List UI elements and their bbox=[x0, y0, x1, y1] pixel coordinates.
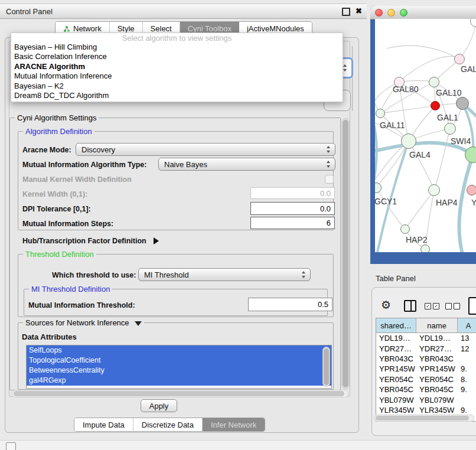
table-cell: YDL19… bbox=[376, 334, 416, 343]
table-row[interactable]: YDR27…YDR27…12 bbox=[376, 343, 476, 353]
table-cell: YBR045C bbox=[376, 385, 416, 394]
algorithm-option-dream8-dc-tdc-algorithm[interactable]: Dream8 DC_TDC Algorithm bbox=[11, 91, 343, 100]
manual-kernel-label: Manual Kernel Width Definition bbox=[22, 175, 132, 184]
settings-vertical-scrollbar[interactable] bbox=[341, 118, 350, 389]
table-row[interactable]: YLR345WYLR345W9. bbox=[376, 405, 476, 415]
network-node-swi4[interactable] bbox=[444, 123, 456, 135]
table-row[interactable]: YBR045CYBR045C9. bbox=[376, 384, 476, 394]
column-header-shared[interactable]: shared… bbox=[376, 318, 416, 332]
network-node-gal1[interactable] bbox=[431, 101, 440, 110]
hub-definition-expander[interactable]: Hub/Transcription Factor Definition bbox=[22, 235, 159, 246]
column-header-name[interactable]: name bbox=[416, 318, 458, 332]
algorithm-option-basic-correlation-inference[interactable]: Basic Correlation Inference bbox=[11, 52, 343, 61]
kernel-width-field[interactable]: 0.0 bbox=[250, 187, 335, 199]
aracne-mode-value: Discovery bbox=[81, 145, 115, 154]
list-scrollbar[interactable] bbox=[322, 347, 330, 387]
table-row[interactable]: YER054CYER054C8. bbox=[376, 374, 476, 384]
mi-steps-field[interactable]: 6 bbox=[250, 217, 335, 229]
minimize-window-icon[interactable] bbox=[387, 9, 395, 17]
mi-threshold-field[interactable]: 0.5 bbox=[248, 298, 332, 311]
control-panel-titlebar: Control Panel ✖ bbox=[0, 4, 367, 19]
network-node[interactable] bbox=[420, 244, 430, 252]
zoom-window-icon[interactable] bbox=[400, 9, 407, 17]
settings-horizontal-scrollbar[interactable] bbox=[12, 390, 348, 397]
checked-box-icon: ✓ bbox=[425, 303, 431, 309]
group-title: Algorithm Definition bbox=[23, 127, 94, 136]
network-node-hap4[interactable] bbox=[428, 184, 440, 196]
table-row[interactable]: YBL079WYBL079W bbox=[376, 394, 476, 405]
column-header-a[interactable]: A bbox=[458, 318, 476, 332]
node-label-gcy1: GCY1 bbox=[375, 197, 397, 206]
algorithm-option-mutual-information-inference[interactable]: Mutual Information Inference bbox=[11, 71, 343, 81]
close-window-icon[interactable] bbox=[375, 9, 383, 17]
columns-icon[interactable] bbox=[404, 300, 416, 312]
dpi-tolerance-field[interactable]: 0.0 bbox=[250, 202, 335, 215]
float-panel-icon[interactable] bbox=[342, 8, 350, 16]
tab-label: jActiveMNodules bbox=[247, 24, 304, 33]
table-cell: YDL19… bbox=[416, 334, 458, 343]
apply-button[interactable]: Apply bbox=[141, 399, 177, 412]
table-row[interactable]: YBR043CYBR043C bbox=[376, 354, 476, 364]
table-cell: YBR043C bbox=[376, 354, 416, 363]
aracne-mode-label: Aracne Mode: bbox=[22, 146, 71, 154]
sources-collapse-toggle[interactable]: Sources for Network Inference bbox=[23, 318, 144, 327]
algorithm-option-aracne-algorithm[interactable]: ARACNE Algorithm bbox=[11, 62, 343, 71]
attribute-item-topologicalcoefficient[interactable]: TopologicalCoefficient bbox=[27, 356, 331, 366]
close-icon[interactable]: ✖ bbox=[356, 6, 362, 15]
mi-threshold-label: Mutual Information Threshold: bbox=[28, 301, 135, 309]
tab-infer-network[interactable]: Infer Network bbox=[203, 418, 265, 431]
manual-kernel-checkbox[interactable] bbox=[325, 175, 334, 184]
node-label-y: Y bbox=[471, 198, 476, 207]
node-label-gal10: GAL10 bbox=[436, 88, 462, 97]
network-node[interactable] bbox=[470, 19, 476, 27]
network-node[interactable] bbox=[465, 146, 476, 163]
network-node-gal4[interactable] bbox=[401, 133, 416, 149]
group-title: Threshold Definition bbox=[23, 250, 96, 259]
table-row[interactable]: YPR145WYPR145W9. bbox=[376, 364, 476, 374]
attribute-item-gal4rgexp[interactable]: gal4RGexp bbox=[27, 376, 331, 386]
table-cell: YPR145W bbox=[376, 364, 416, 373]
deselect-all-icon[interactable] bbox=[445, 303, 460, 309]
mi-steps-label: Mutual Information Steps: bbox=[22, 220, 113, 228]
table-cell: YPR145W bbox=[416, 364, 458, 373]
table-horizontal-scrollbar[interactable] bbox=[374, 415, 474, 422]
expand-right-icon bbox=[154, 237, 159, 244]
table-cell: YBR045C bbox=[416, 385, 458, 394]
mini-window-icon[interactable] bbox=[6, 442, 16, 450]
attribute-item-betweennesscentrality[interactable]: BetweennessCentrality bbox=[27, 366, 331, 376]
document-icon[interactable] bbox=[468, 297, 476, 315]
network-canvas[interactable]: GALGAL80GAL10GAL1GAL11SWI4GAL4GCY1HAP4YH… bbox=[375, 19, 476, 252]
which-threshold-select[interactable]: MI Threshold bbox=[138, 268, 311, 281]
table-cell: YLR345W bbox=[416, 406, 458, 415]
node-table[interactable]: shared…nameA YDL19…YDL19…13YDR27…YDR27…1… bbox=[376, 318, 476, 422]
select-all-icon[interactable]: ✓ ✓ bbox=[425, 303, 439, 309]
network-node-hap2[interactable] bbox=[400, 224, 410, 234]
table-header-row: shared…nameA bbox=[376, 318, 476, 333]
tab-impute-data[interactable]: Impute Data bbox=[74, 418, 133, 431]
network-node-gcy1[interactable] bbox=[375, 182, 382, 193]
gear-icon[interactable]: ⚙ bbox=[381, 298, 391, 312]
network-node-y[interactable] bbox=[467, 185, 476, 195]
table-cell: YER054C bbox=[376, 375, 416, 384]
unchecked-box-icon bbox=[454, 303, 460, 309]
attribute-item-selfloops[interactable]: SelfLoops bbox=[27, 345, 331, 356]
network-node[interactable] bbox=[456, 97, 469, 110]
table-row[interactable]: YDL19…YDL19…13 bbox=[376, 333, 476, 343]
tab-discretize-data[interactable]: Discretize Data bbox=[133, 418, 203, 431]
group-title: MI Threshold Definition bbox=[29, 285, 112, 294]
panel-title: Control Panel bbox=[6, 7, 53, 16]
network-window-titlebar[interactable] bbox=[370, 6, 476, 19]
network-node-gal[interactable] bbox=[454, 54, 465, 64]
algorithm-dropdown-popup: Select algorithm to view settings Bayesi… bbox=[11, 32, 343, 102]
mi-type-select[interactable]: Naive Bayes bbox=[158, 158, 335, 171]
spinner-icon bbox=[327, 146, 331, 153]
aracne-mode-select[interactable]: Discovery bbox=[76, 143, 335, 156]
algorithm-option-bayesian-hill-climbing[interactable]: Bayesian – Hill Climbing bbox=[11, 43, 343, 52]
network-node-gal10[interactable] bbox=[429, 77, 439, 87]
spinner-icon bbox=[302, 271, 306, 278]
mi-type-label: Mutual Information Algorithm Type: bbox=[22, 161, 146, 169]
algorithm-option-bayesian-k2[interactable]: Bayesian – K2 bbox=[11, 81, 343, 91]
network-node-gal11[interactable] bbox=[376, 109, 385, 118]
node-label-gal11: GAL11 bbox=[380, 120, 405, 130]
data-attributes-list[interactable]: SelfLoopsTopologicalCoefficientBetweenne… bbox=[26, 345, 332, 389]
